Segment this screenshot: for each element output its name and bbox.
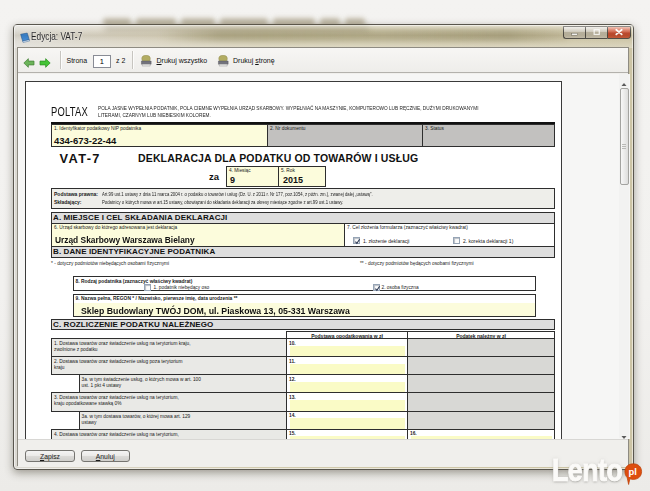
svg-text:pl: pl: [628, 466, 636, 477]
